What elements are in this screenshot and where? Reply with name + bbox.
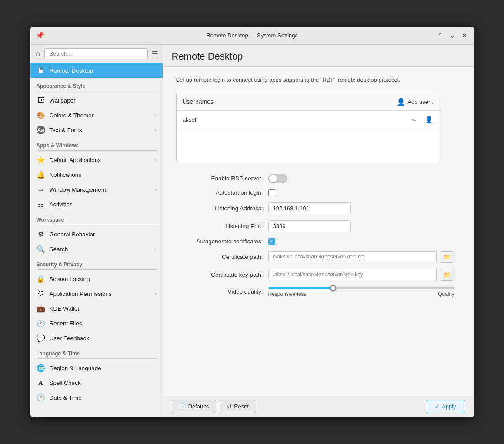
sidebar-item-label: Wallpaper [50,97,157,104]
chevron-right-icon: › [155,291,157,296]
section-divider-language [37,358,157,359]
usernames-header: Usernames 👤 Add user... [177,93,441,111]
sidebar-item-screen-locking[interactable]: 🔒 Screen Locking [30,272,163,286]
listening-port-label: Listening Port: [176,223,263,229]
reset-button[interactable]: ↺ Reset [220,400,256,413]
autostart-checkbox[interactable] [268,189,275,196]
date-time-icon: 🕐 [37,393,45,402]
sidebar-item-label: Region & Language [50,365,157,371]
listening-port-row: Listening Port: [176,220,454,232]
sidebar-item-kde-wallet[interactable]: 💼 KDE Wallet [30,301,163,316]
sidebar-item-notifications[interactable]: 🔔 Notifications [30,167,163,182]
section-label-language: Language & Time [30,345,163,358]
application-permissions-icon: 🛡 [37,289,45,298]
page-title: Remote Desktop [172,51,465,62]
cert-path-control: 📁 [268,251,454,263]
hamburger-menu-button[interactable]: ☰ [151,49,158,59]
listening-address-row: Listening Address: [176,202,454,214]
section-label-appearance: Appearance & Style [30,78,163,91]
text-fonts-icon: Aa [37,126,45,134]
sidebar-item-spell-check[interactable]: A Spell Check [30,375,163,390]
sidebar-item-region-language[interactable]: 🌐 Region & Language [30,361,163,375]
sidebar-item-text-fonts[interactable]: Aa Text & Fonts › [30,123,163,137]
sidebar-item-date-time[interactable]: 🕐 Date & Time [30,390,163,405]
usernames-list: akseli ✏ 👤 [177,111,441,163]
apply-button[interactable]: ✓ Apply [426,400,465,413]
sidebar-item-user-feedback[interactable]: 💬 User Feedback [30,331,163,345]
usernames-title: Usernames [183,98,214,105]
sidebar-item-recent-files[interactable]: 🕐 Recent Files [30,316,163,331]
window-controls: ⌃ ⌄ ✕ [436,31,469,40]
enable-rdp-label: Enable RDP server: [176,175,263,182]
system-settings-window: 📌 Remote Desktop — System Settings ⌃ ⌄ ✕… [30,27,474,417]
pin-icon: 📌 [36,31,44,40]
minimize-button[interactable]: ⌃ [436,31,444,40]
cert-path-browse-button[interactable]: 📁 [440,251,454,263]
sidebar-item-label: Application Permissions [50,291,150,297]
section-divider-workspace [37,225,157,225]
sidebar-item-default-applications[interactable]: ⭐ Default Applications › [30,152,163,167]
add-user-button[interactable]: 👤 Add user... [397,98,434,106]
sidebar-item-general-behavior[interactable]: ⚙ General Behavior [30,227,163,242]
video-quality-row: Video quality: Responsiveness Quality [176,287,454,297]
cert-key-path-browse-button[interactable]: 📁 [440,269,454,281]
autostart-label: Autostart on login: [176,189,263,196]
sidebar-item-search[interactable]: 🔍 Search › [30,242,163,256]
sidebar-content: 🖥 Remote Desktop Appearance & Style 🖼 Wa… [30,63,163,417]
description-text: Set up remote login to connect using app… [176,76,428,84]
kde-wallet-icon: 💼 [37,304,45,313]
home-button[interactable]: ⌂ [35,48,41,59]
autogenerate-checkbox[interactable]: ✓ [268,238,275,245]
close-button[interactable]: ✕ [460,31,469,40]
maximize-button[interactable]: ⌄ [448,31,457,40]
sidebar-item-activities[interactable]: ⚏ Activities [30,197,163,212]
cert-key-path-label: Certificate key path: [176,272,263,278]
edit-user-button[interactable]: ✏ [411,115,420,125]
listening-port-input[interactable] [268,220,351,232]
enable-rdp-row: Enable RDP server: [176,174,454,183]
search-input[interactable] [44,48,147,59]
main-layout: ⌂ ☰ 🖥 Remote Desktop Appearance & Style … [30,45,474,417]
sidebar-item-application-permissions[interactable]: 🛡 Application Permissions › [30,286,163,301]
colors-themes-icon: 🎨 [37,111,45,119]
table-row: akseli ✏ 👤 [177,111,441,129]
cert-path-label: Certificate path: [176,254,263,260]
sidebar-item-label: User Feedback [50,335,157,341]
chevron-right-icon: › [155,157,157,162]
video-quality-slider[interactable] [268,287,454,289]
row-actions: ✏ 👤 [411,115,435,125]
window-title: Remote Desktop — System Settings [206,32,298,39]
section-label-security: Security & Privacy [30,256,163,269]
slider-labels: Responsiveness Quality [268,291,454,297]
slider-thumb[interactable] [330,285,336,291]
video-quality-slider-container: Responsiveness Quality [268,287,454,297]
region-language-icon: 🌐 [37,364,45,372]
default-applications-icon: ⭐ [37,156,45,164]
window-management-icon: ▭ [37,185,45,194]
search-icon: 🔍 [37,245,45,253]
enable-rdp-toggle[interactable] [268,174,287,183]
add-user-icon: 👤 [397,98,405,106]
listening-address-input[interactable] [268,202,351,214]
video-quality-label: Video quality: [176,288,263,295]
listening-port-control [268,220,454,232]
remove-user-button[interactable]: 👤 [423,115,435,125]
cert-path-input[interactable] [268,251,437,262]
content-body: Set up remote login to connect using app… [163,67,474,395]
username-text: akseli [183,116,411,123]
defaults-icon: 📄 [179,403,186,410]
sidebar-item-label: Screen Locking [50,276,157,282]
cert-key-path-input[interactable] [268,269,437,280]
activities-icon: ⚏ [37,200,45,209]
sidebar-item-wallpaper[interactable]: 🖼 Wallpaper [30,93,163,108]
sidebar-item-remote-desktop[interactable]: 🖥 Remote Desktop [30,63,163,78]
slider-label-right: Quality [438,291,454,297]
defaults-button[interactable]: 📄 Defaults [172,400,217,413]
sidebar-item-colors-themes[interactable]: 🎨 Colors & Themes › [30,108,163,123]
autostart-row: Autostart on login: [176,189,454,196]
section-divider-appearance [37,91,157,91]
autogenerate-label: Autogenerate certificates: [176,238,263,245]
sidebar-item-window-management[interactable]: ▭ Window Management › [30,182,163,197]
sidebar-item-label: Window Management [50,186,150,193]
chevron-right-icon: › [155,113,157,118]
